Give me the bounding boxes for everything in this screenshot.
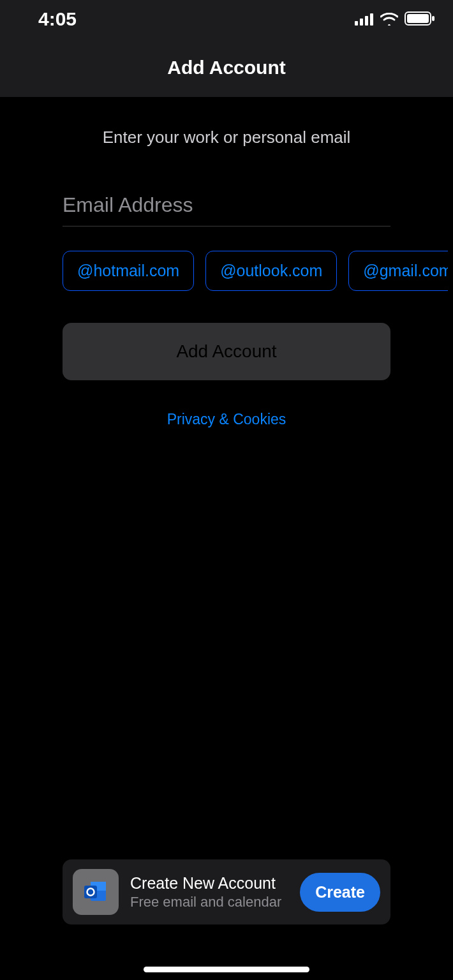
create-account-subtitle: Free email and calendar bbox=[130, 894, 300, 910]
domain-suggestion-row: @hotmail.com @outlook.com @gmail.com bbox=[63, 251, 448, 291]
privacy-cookies-link[interactable]: Privacy & Cookies bbox=[63, 411, 390, 428]
svg-rect-2 bbox=[365, 16, 368, 26]
domain-chip-gmail[interactable]: @gmail.com bbox=[348, 251, 448, 291]
battery-icon bbox=[405, 8, 435, 30]
domain-chip-outlook[interactable]: @outlook.com bbox=[205, 251, 337, 291]
svg-rect-5 bbox=[407, 14, 429, 23]
email-field-wrap bbox=[63, 189, 390, 226]
status-time: 4:05 bbox=[38, 8, 77, 30]
email-input[interactable] bbox=[63, 189, 390, 226]
domain-chip-hotmail[interactable]: @hotmail.com bbox=[63, 251, 194, 291]
svg-rect-3 bbox=[370, 13, 373, 26]
prompt-text: Enter your work or personal email bbox=[63, 128, 390, 147]
wifi-icon bbox=[380, 8, 398, 30]
create-account-title: Create New Account bbox=[130, 874, 300, 893]
cellular-signal-icon bbox=[355, 8, 374, 30]
svg-rect-6 bbox=[432, 16, 434, 21]
page-title: Add Account bbox=[167, 57, 286, 78]
home-indicator[interactable] bbox=[144, 967, 309, 972]
add-account-button[interactable]: Add Account bbox=[63, 323, 390, 380]
create-account-text: Create New Account Free email and calend… bbox=[130, 874, 300, 910]
create-account-card: Create New Account Free email and calend… bbox=[63, 859, 390, 924]
nav-header: Add Account bbox=[0, 38, 453, 97]
status-icons bbox=[355, 8, 435, 30]
main-content: Enter your work or personal email @hotma… bbox=[0, 128, 453, 428]
svg-rect-9 bbox=[84, 886, 97, 898]
svg-rect-0 bbox=[355, 21, 358, 26]
svg-rect-1 bbox=[360, 19, 363, 26]
create-button[interactable]: Create bbox=[300, 873, 380, 912]
outlook-icon bbox=[73, 869, 119, 915]
status-bar: 4:05 bbox=[0, 0, 453, 38]
